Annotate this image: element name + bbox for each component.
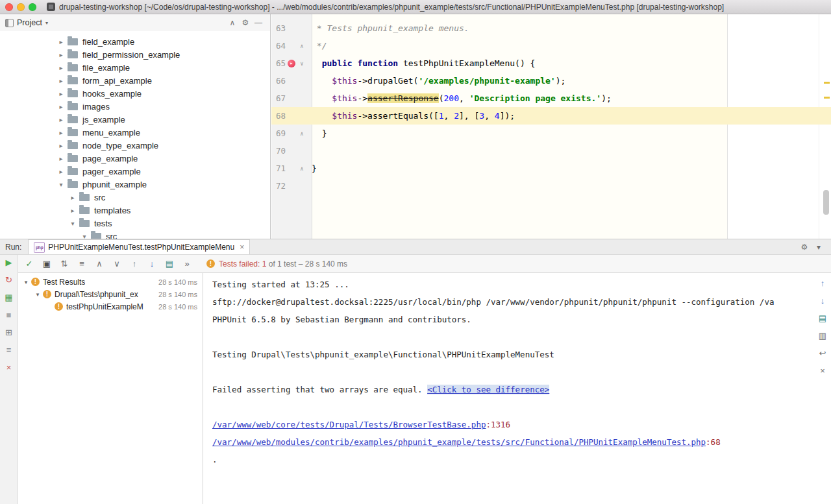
minimize-window-button[interactable] bbox=[17, 3, 25, 11]
code-editor[interactable]: 63 * Tests phpunit_example menus.64∧ */6… bbox=[271, 14, 831, 239]
warning-stripe-mark[interactable] bbox=[824, 82, 830, 84]
chevron-down-icon[interactable]: ▾ bbox=[81, 233, 88, 239]
project-tree-item[interactable]: ▸page_example bbox=[0, 152, 270, 165]
run-configurations-gear-icon[interactable]: ⚙ bbox=[797, 243, 812, 252]
project-panel-title[interactable]: Project bbox=[17, 18, 42, 27]
project-tree-item[interactable]: ▾phpunit_example bbox=[0, 178, 270, 191]
project-tree-item[interactable]: ▸pager_example bbox=[0, 165, 270, 178]
chevron-right-icon[interactable]: ▸ bbox=[69, 207, 77, 214]
show-passed-icon[interactable]: ✓ bbox=[23, 259, 35, 269]
project-tree-item[interactable]: ▾tests bbox=[0, 217, 270, 230]
project-tree-item[interactable]: ▸js_example bbox=[0, 113, 270, 126]
chevron-down-icon[interactable]: ▾ bbox=[22, 279, 30, 285]
test-tree-item[interactable]: !testPhpUnitExampleM28 s 140 ms bbox=[18, 300, 203, 313]
clear-console-button[interactable]: × bbox=[820, 366, 825, 376]
fold-marker-icon[interactable]: ∧ bbox=[297, 43, 306, 49]
sort-by-duration-icon[interactable]: ⇅ bbox=[58, 259, 70, 269]
rerun-failed-tests-button[interactable]: ↻ bbox=[5, 275, 12, 285]
next-message-button[interactable]: ↓ bbox=[821, 296, 825, 306]
console-link[interactable]: /var/www/web/core/tests/Drupal/Tests/Bro… bbox=[212, 420, 486, 429]
fold-marker-icon[interactable]: ∨ bbox=[297, 60, 306, 67]
chevron-down-icon[interactable]: ▾ bbox=[34, 291, 42, 298]
toggle-auto-test-button[interactable]: ▦ bbox=[5, 293, 12, 303]
console-link[interactable]: <Click to see difference> bbox=[427, 385, 549, 394]
rerun-test-button[interactable]: ▶ bbox=[6, 258, 12, 268]
test-history-button[interactable]: ≡ bbox=[6, 345, 12, 355]
fold-marker-icon[interactable]: ∧ bbox=[297, 165, 306, 172]
warning-stripe-mark[interactable] bbox=[824, 97, 830, 99]
test-tree-item[interactable]: ▾!Test Results28 s 140 ms bbox=[18, 276, 203, 288]
code-token: */ bbox=[312, 41, 327, 51]
project-tree-item[interactable]: ▸src bbox=[0, 191, 270, 204]
sort-alphabetically-icon[interactable]: ≡ bbox=[76, 259, 88, 269]
stop-button[interactable]: ■ bbox=[6, 310, 12, 320]
editor-scrollbar-thumb[interactable] bbox=[823, 190, 829, 215]
chevron-right-icon[interactable]: ▸ bbox=[57, 77, 65, 84]
hide-run-panel-icon[interactable]: ▾ bbox=[812, 243, 826, 252]
chevron-right-icon[interactable]: ▸ bbox=[57, 38, 65, 45]
run-tab[interactable]: php PHPUnitExampleMenuTest.testPhpUnitEx… bbox=[28, 239, 250, 254]
project-tree-item[interactable]: ▸templates bbox=[0, 204, 270, 217]
export-test-results-icon[interactable]: ▤ bbox=[164, 259, 175, 269]
test-tree[interactable]: ▾!Test Results28 s 140 ms▾!Drupal\Tests\… bbox=[18, 273, 203, 504]
chevron-right-icon[interactable]: ▸ bbox=[57, 51, 65, 58]
project-tree-item[interactable]: ▸form_api_example bbox=[0, 74, 270, 87]
project-tree[interactable]: ▸field_example▸field_permission_example▸… bbox=[0, 31, 270, 239]
chevron-down-icon[interactable]: ▾ bbox=[57, 181, 65, 188]
show-output-icon[interactable]: ▣ bbox=[41, 259, 53, 269]
chevron-right-icon[interactable]: ▸ bbox=[57, 90, 65, 97]
project-tree-item[interactable]: ▾src bbox=[0, 230, 270, 239]
editor-line[interactable]: 70 bbox=[271, 142, 831, 160]
soft-wrap-button[interactable]: ↩ bbox=[819, 348, 826, 359]
close-window-button[interactable] bbox=[5, 3, 13, 11]
editor-line[interactable]: 68 $this->assertEquals([1, 2], [3, 4]); bbox=[271, 107, 831, 125]
more-actions-icon[interactable]: » bbox=[181, 259, 193, 269]
run-tab-title[interactable]: PHPUnitExampleMenuTest.testPhpUnitExampl… bbox=[48, 243, 234, 252]
project-tree-item[interactable]: ▸field_permission_example bbox=[0, 48, 270, 61]
print-console-button[interactable]: ▥ bbox=[819, 331, 826, 341]
project-tree-item[interactable]: ▸menu_example bbox=[0, 126, 270, 139]
chevron-right-icon[interactable]: ▸ bbox=[69, 194, 77, 201]
collapse-all-icon[interactable]: ∧ bbox=[226, 18, 239, 27]
chevron-down-icon[interactable]: ▾ bbox=[45, 20, 48, 26]
close-tab-icon[interactable]: × bbox=[240, 243, 244, 252]
chevron-right-icon[interactable]: ▸ bbox=[57, 64, 65, 71]
close-run-panel-button[interactable]: × bbox=[6, 363, 12, 373]
console-line: Testing Drupal\Tests\phpunit_example\Fun… bbox=[212, 346, 814, 363]
chevron-right-icon[interactable]: ▸ bbox=[57, 155, 65, 162]
previous-failed-test-icon[interactable]: ↑ bbox=[129, 259, 140, 269]
restore-layout-button[interactable]: ⊞ bbox=[5, 328, 12, 338]
chevron-down-icon[interactable]: ▾ bbox=[69, 220, 77, 227]
editor-line[interactable]: 63 * Tests phpunit_example menus. bbox=[271, 19, 831, 37]
expand-all-icon[interactable]: ∨ bbox=[111, 259, 123, 269]
chevron-right-icon[interactable]: ▸ bbox=[57, 168, 65, 175]
console-link[interactable]: /var/www/web/modules/contrib/examples/ph… bbox=[212, 437, 706, 447]
chevron-right-icon[interactable]: ▸ bbox=[57, 142, 65, 149]
project-tree-item[interactable]: ▸hooks_example bbox=[0, 87, 270, 100]
test-run-gutter-icon[interactable]: ▸ bbox=[288, 60, 295, 67]
project-tree-item[interactable]: ▸field_example bbox=[0, 35, 270, 48]
next-failed-test-icon[interactable]: ↓ bbox=[146, 259, 158, 269]
editor-line[interactable]: 72 bbox=[271, 177, 831, 195]
test-tree-item[interactable]: ▾!Drupal\Tests\phpunit_ex28 s 140 ms bbox=[18, 288, 203, 300]
fold-marker-icon[interactable]: ∧ bbox=[297, 130, 306, 137]
collapse-all-icon[interactable]: ∧ bbox=[93, 259, 105, 269]
export-console-button[interactable]: ▤ bbox=[819, 313, 826, 324]
editor-line[interactable]: 65▸∨ public function testPhpUnitExampleM… bbox=[271, 54, 831, 72]
editor-line[interactable]: 69∧ } bbox=[271, 125, 831, 142]
project-tree-item[interactable]: ▸images bbox=[0, 100, 270, 113]
project-tree-item[interactable]: ▸file_example bbox=[0, 61, 270, 74]
editor-line[interactable]: 67 $this->assertResponse(200, 'Descripti… bbox=[271, 90, 831, 107]
editor-line[interactable]: 66 $this->drupalGet('/examples/phpunit-e… bbox=[271, 72, 831, 90]
prev-message-button[interactable]: ↑ bbox=[821, 278, 825, 289]
chevron-right-icon[interactable]: ▸ bbox=[57, 103, 65, 110]
editor-line[interactable]: 64∧ */ bbox=[271, 37, 831, 54]
hide-panel-icon[interactable]: — bbox=[252, 18, 265, 27]
settings-gear-icon[interactable]: ⚙ bbox=[239, 18, 252, 27]
editor-line[interactable]: 71∧} bbox=[271, 160, 831, 177]
console-output[interactable]: Testing started at 13:25 ...sftp://docke… bbox=[203, 273, 814, 504]
chevron-right-icon[interactable]: ▸ bbox=[57, 129, 65, 136]
zoom-window-button[interactable] bbox=[29, 3, 36, 11]
chevron-right-icon[interactable]: ▸ bbox=[57, 116, 65, 123]
project-tree-item[interactable]: ▸node_type_example bbox=[0, 139, 270, 152]
